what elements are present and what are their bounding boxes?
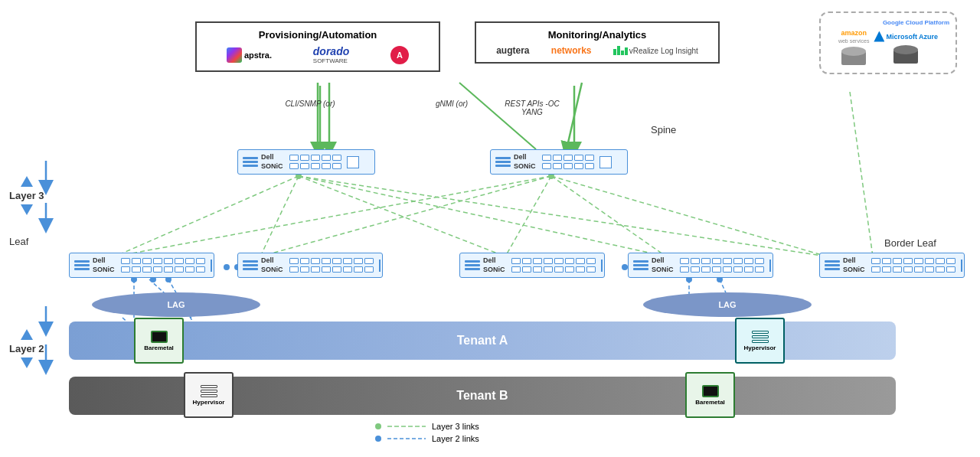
leaf1-extra [211, 260, 212, 272]
provisioning-box: Provisioning/Automation apstra. doradoSO… [195, 21, 440, 72]
layer3-line-sample [387, 423, 426, 430]
vrealize-logo: vRealize Log Insight [613, 46, 698, 55]
baremetal-right: Baremetal [685, 372, 735, 418]
leaf-switch-4: DellSONiC [628, 253, 773, 278]
baremetal-left: Baremetal [134, 318, 184, 364]
switch-icon-left [243, 157, 258, 167]
leaf2-icon [243, 260, 258, 270]
leaf1-label: DellSONiC [93, 256, 115, 274]
hypervisor-left: Hypervisor [184, 372, 234, 418]
spine-right-extra-port [599, 156, 612, 168]
leaf3-label: DellSONiC [483, 256, 505, 274]
networks-logo: networks [551, 45, 592, 56]
leaf2-extra [379, 260, 381, 272]
rest-apis-annotation: REST APIs -OC YANG [498, 100, 567, 116]
svg-line-20 [115, 176, 551, 256]
border-leaf-icon [825, 260, 840, 270]
baremetal-left-label: Baremetal [144, 344, 174, 351]
screen-icon [151, 331, 168, 343]
monitoring-title: Monitoring/Analytics [485, 29, 709, 41]
hypervisor-left-label: Hypervisor [193, 399, 225, 406]
ansible-logo: A [390, 46, 409, 64]
layer3-section: Layer 3 [9, 176, 44, 215]
spine-switch-left: DellSONiC [237, 149, 375, 175]
svg-point-57 [893, 45, 918, 54]
leaf-label: Leaf [9, 236, 28, 247]
leaf4-label: DellSONiC [652, 256, 674, 274]
switch-icon-right [495, 157, 511, 167]
dorado-logo: doradoSOFTWARE [313, 45, 349, 64]
leaf1-icon [74, 260, 90, 270]
border-leaf-switch: DellSONiC [819, 253, 965, 278]
leaf2-ports [289, 258, 374, 273]
augtera-logo: augtera [496, 45, 529, 56]
leaf3-icon [465, 260, 480, 270]
vrealize-label: vRealize Log Insight [629, 47, 698, 55]
svg-line-22 [505, 176, 551, 256]
svg-line-17 [299, 176, 505, 256]
layer2-legend-label: Layer 2 links [432, 434, 479, 443]
layer2-arrow-down [21, 357, 33, 368]
gcp-label: Google Cloud Platform [827, 19, 949, 26]
svg-line-23 [551, 176, 666, 256]
cli-snmp-annotation: CLI/SNMP (or) [276, 100, 345, 108]
monitoring-box: Monitoring/Analytics augtera networks vR… [475, 21, 720, 64]
leaf-switch-3: DellSONiC [459, 253, 605, 278]
gnmi-annotation: gNMI (or) [429, 100, 475, 108]
leaf4-icon [633, 260, 648, 270]
svg-point-52 [622, 264, 628, 270]
border-leaf-label-switch: DellSONiC [843, 256, 865, 274]
provisioning-logos: apstra. doradoSOFTWARE A [206, 45, 430, 64]
vrealize-icon [613, 46, 628, 55]
azure-storage-icon [892, 44, 920, 65]
cloud-logos: amazon web services Microsoft Azure [827, 29, 949, 67]
svg-point-55 [841, 47, 866, 56]
legend-layer3: Layer 3 links [375, 422, 479, 431]
hypervisor-right-icon [752, 331, 769, 343]
border-leaf-extra [961, 260, 962, 272]
spine-right-label: DellSONiC [514, 153, 536, 171]
layer2-label: Layer 2 [9, 343, 44, 354]
hypervisor-left-icon [201, 385, 217, 397]
spine-switch-right: DellSONiC [490, 149, 628, 175]
svg-line-21 [260, 176, 551, 256]
leaf4-extra [769, 260, 771, 272]
spine-left-extra-port [347, 156, 359, 168]
hypervisor-right-label: Hypervisor [744, 344, 776, 351]
border-leaf-label: Border Leaf [884, 237, 936, 249]
provisioning-title: Provisioning/Automation [206, 29, 430, 41]
hypervisor-rows [201, 385, 217, 397]
layer2-arrow-up [21, 329, 33, 340]
spine-left-ports [289, 155, 341, 169]
leaf2-label: DellSONiC [261, 256, 283, 274]
apstra-logo: apstra. [227, 47, 272, 63]
apstra-label: apstra. [244, 51, 272, 60]
spine-right-ports [542, 155, 594, 169]
diagram-container: Provisioning/Automation apstra. doradoSO… [0, 0, 980, 457]
svg-line-25 [850, 92, 873, 256]
legend: Layer 3 links Layer 2 links [375, 422, 479, 443]
baremetal-left-icon [151, 331, 168, 343]
cloud-box: Google Cloud Platform amazon web service… [819, 11, 957, 74]
leaf-switch-2: DellSONiC [237, 253, 383, 278]
aws-storage-icon [840, 45, 867, 67]
layer3-arrow-up [21, 176, 33, 187]
hypervisor-right: Hypervisor [735, 318, 785, 364]
svg-line-19 [299, 176, 827, 256]
layer2-section: Layer 2 [9, 329, 44, 368]
leaf-switch-1: DellSONiC [69, 253, 214, 278]
server-rows-icon [752, 331, 769, 343]
layer2-line-sample [387, 435, 426, 442]
leaf4-ports [680, 258, 764, 273]
svg-point-50 [224, 264, 230, 270]
baremetal-screen [702, 385, 719, 397]
apstra-icon [227, 47, 242, 63]
lag-left: LAG [92, 292, 260, 317]
border-leaf-ports [871, 258, 956, 273]
layer3-label: Layer 3 [9, 190, 44, 201]
aws-logo: amazon web services [838, 29, 869, 67]
svg-line-16 [260, 176, 299, 256]
layer3-legend-label: Layer 3 links [432, 422, 479, 431]
layer3-arrow-down [21, 204, 33, 215]
legend-layer2: Layer 2 links [375, 434, 479, 443]
